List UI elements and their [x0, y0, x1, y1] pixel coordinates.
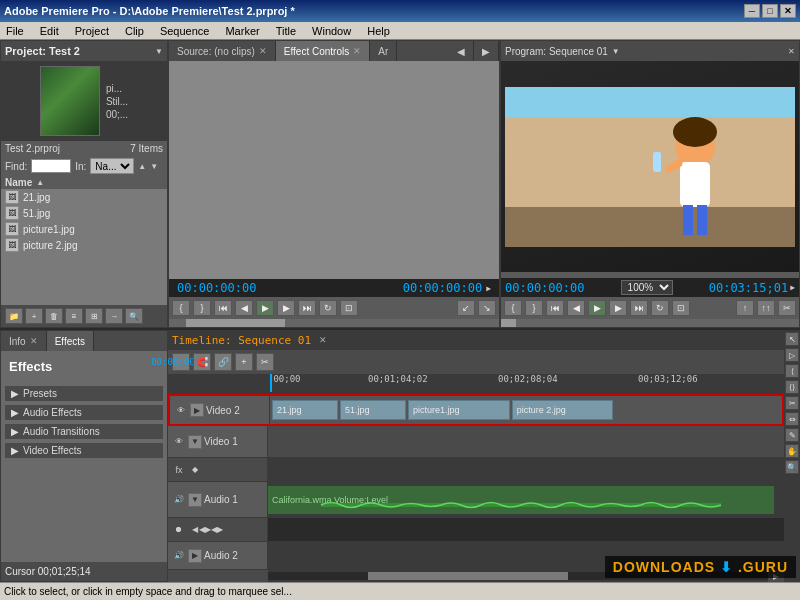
tool-hand[interactable]: ✋: [785, 444, 799, 458]
track-lock-audio2[interactable]: ▶: [188, 549, 202, 563]
track-record-icon[interactable]: ⏺: [172, 523, 186, 537]
menu-marker[interactable]: Marker: [221, 25, 263, 37]
new-bin-button[interactable]: 📁: [5, 308, 23, 324]
list-item[interactable]: 🖼 51.jpg: [1, 205, 167, 221]
tool-selection[interactable]: ↖: [785, 332, 799, 346]
delete-button[interactable]: 🗑: [45, 308, 63, 324]
new-item-button[interactable]: +: [25, 308, 43, 324]
source-step-back[interactable]: ◀: [235, 300, 253, 316]
name-sort-arrow[interactable]: ▲: [36, 178, 44, 187]
tool-rolling[interactable]: ⟨⟩: [785, 380, 799, 394]
timeline-add-track[interactable]: +: [235, 353, 253, 371]
list-view-button[interactable]: ≡: [65, 308, 83, 324]
project-panel-menu-arrow[interactable]: ▼: [155, 47, 163, 56]
program-panel-dropdown[interactable]: ▼: [612, 47, 620, 56]
menu-clip[interactable]: Clip: [121, 25, 148, 37]
menu-help[interactable]: Help: [363, 25, 394, 37]
menu-project[interactable]: Project: [71, 25, 113, 37]
tab-effect-controls[interactable]: Effect Controls ✕: [276, 41, 370, 61]
tool-slip[interactable]: ⇔: [785, 412, 799, 426]
automate-button[interactable]: →: [105, 308, 123, 324]
find-in-dropdown[interactable]: Na...: [90, 158, 134, 174]
find-up-arrow[interactable]: ▲: [138, 162, 146, 171]
timeline-razor[interactable]: ✂: [256, 353, 274, 371]
clip-picture2[interactable]: picture 2.jpg: [512, 400, 614, 419]
effects-section-audio-header[interactable]: ▶ Audio Effects: [5, 405, 163, 420]
find-input[interactable]: [31, 159, 71, 173]
effects-section-transitions-header[interactable]: ▶ Audio Transitions: [5, 424, 163, 439]
source-mark-out[interactable]: }: [193, 300, 211, 316]
source-insert[interactable]: ↙: [457, 300, 475, 316]
tool-pen[interactable]: ✎: [785, 428, 799, 442]
track-speaker-icon-a2[interactable]: 🔊: [172, 549, 186, 563]
source-panel-nav-left[interactable]: ◀: [449, 41, 474, 61]
track-lock-video2[interactable]: ▶: [190, 403, 204, 417]
source-next-edit[interactable]: ⏭: [298, 300, 316, 316]
program-prev-edit[interactable]: ⏮: [546, 300, 564, 316]
menu-window[interactable]: Window: [308, 25, 355, 37]
timeline-snap-btn[interactable]: 🧲: [193, 353, 211, 371]
tab-effects[interactable]: Effects: [47, 331, 94, 351]
icon-view-button[interactable]: ⊞: [85, 308, 103, 324]
find-down-arrow[interactable]: ▼: [150, 162, 158, 171]
track-lock-audio1[interactable]: ▼: [188, 493, 202, 507]
source-jog-bar[interactable]: [169, 319, 499, 327]
tool-track-select[interactable]: ▷: [785, 348, 799, 362]
timeline-linked-btn[interactable]: 🔗: [214, 353, 232, 371]
source-panel-nav-right[interactable]: ▶: [474, 41, 499, 61]
track-keyframe-icon[interactable]: ◆: [188, 463, 202, 477]
program-lift[interactable]: ↑: [736, 300, 754, 316]
program-trim[interactable]: ✂: [778, 300, 796, 316]
menu-edit[interactable]: Edit: [36, 25, 63, 37]
source-step-fwd[interactable]: ▶: [277, 300, 295, 316]
program-mark-out[interactable]: }: [525, 300, 543, 316]
program-mark-in[interactable]: {: [504, 300, 522, 316]
track-lock-video1[interactable]: ▼: [188, 435, 202, 449]
timeline-timecode[interactable]: 00:00:00:00: [172, 353, 190, 371]
program-extract[interactable]: ↑↑: [757, 300, 775, 316]
tool-ripple[interactable]: ⟨: [785, 364, 799, 378]
tab-info[interactable]: Info ✕: [1, 331, 47, 351]
maximize-button[interactable]: □: [762, 4, 778, 18]
program-zoom-select[interactable]: 100%: [621, 280, 673, 295]
track-speaker-icon[interactable]: 🔊: [172, 493, 186, 507]
timeline-scroll-thumb[interactable]: [368, 572, 568, 580]
source-mark-in[interactable]: {: [172, 300, 190, 316]
program-play[interactable]: ▶: [588, 300, 606, 316]
track-eye-icon-v1[interactable]: 👁: [172, 435, 186, 449]
effects-section-video-header[interactable]: ▶ Video Effects: [5, 443, 163, 458]
program-jog-bar[interactable]: [501, 319, 799, 327]
menu-sequence[interactable]: Sequence: [156, 25, 214, 37]
close-button[interactable]: ✕: [780, 4, 796, 18]
effects-section-header[interactable]: ▶ Presets: [5, 386, 163, 401]
tool-zoom[interactable]: 🔍: [785, 460, 799, 474]
program-loop[interactable]: ↻: [651, 300, 669, 316]
list-item[interactable]: 🖼 picture 2.jpg: [1, 237, 167, 253]
find-footer-button[interactable]: 🔍: [125, 308, 143, 324]
info-tab-close[interactable]: ✕: [30, 336, 38, 346]
track-fx-icon[interactable]: fx: [172, 463, 186, 477]
menu-title[interactable]: Title: [272, 25, 300, 37]
program-panel-close[interactable]: ✕: [788, 47, 795, 56]
effect-controls-tab-close[interactable]: ✕: [353, 46, 361, 56]
list-item[interactable]: 🖼 picture1.jpg: [1, 221, 167, 237]
list-item[interactable]: 🖼 21.jpg: [1, 189, 167, 205]
audio-clip-california[interactable]: California.wma Volume:Level: [268, 486, 774, 514]
tab-ar[interactable]: Ar: [370, 41, 397, 61]
track-step-icons[interactable]: ◀▶◀▶: [204, 523, 218, 537]
program-next-edit[interactable]: ⏭: [630, 300, 648, 316]
timeline-tab-close[interactable]: ✕: [319, 335, 327, 345]
menu-file[interactable]: File: [2, 25, 28, 37]
program-step-fwd[interactable]: ▶: [609, 300, 627, 316]
source-tab-close[interactable]: ✕: [259, 46, 267, 56]
track-eye-icon[interactable]: 👁: [174, 403, 188, 417]
source-timecode-arrow[interactable]: ▶: [486, 284, 491, 293]
minimize-button[interactable]: ─: [744, 4, 760, 18]
program-safe-margin[interactable]: ⊡: [672, 300, 690, 316]
source-safe-margin[interactable]: ⊡: [340, 300, 358, 316]
source-prev-edit[interactable]: ⏮: [214, 300, 232, 316]
clip-picture1[interactable]: picture1.jpg: [408, 400, 510, 419]
clip-51jpg[interactable]: 51.jpg: [340, 400, 406, 419]
source-play[interactable]: ▶: [256, 300, 274, 316]
program-step-back[interactable]: ◀: [567, 300, 585, 316]
